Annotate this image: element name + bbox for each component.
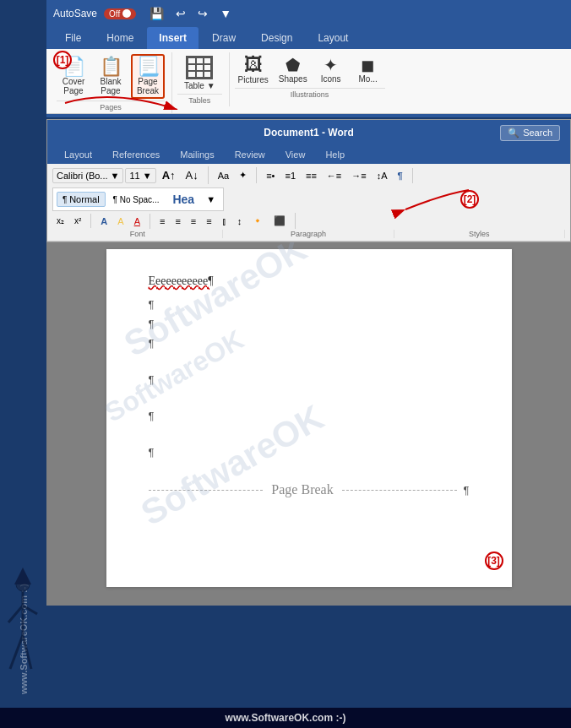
pictures-button[interactable]: 🖼 Pictures (235, 54, 272, 86)
table-cell-6 (204, 64, 211, 71)
blank-page-button[interactable]: 📋 BlankPage (94, 56, 128, 97)
word-tab-review[interactable]: Review (225, 145, 275, 164)
word-tab-help[interactable]: Help (315, 145, 355, 164)
numbering-btn[interactable]: ≡1 (280, 168, 300, 183)
line-spacing-btn[interactable]: ↕ (233, 214, 247, 229)
pictures-icon: 🖼 (244, 56, 263, 74)
paragraph-mark-6: ¶ (149, 446, 470, 459)
word-tab-view[interactable]: View (275, 145, 316, 164)
page-break-text: Page Break (271, 482, 333, 497)
shading-btn[interactable]: 🔸 (247, 213, 268, 229)
indent-decrease-btn[interactable]: ←≡ (323, 168, 345, 183)
style-no-spacing[interactable]: ¶ No Spac... (107, 193, 166, 207)
word-tab-references[interactable]: References (102, 145, 170, 164)
table-label: Table ▼ (184, 81, 215, 90)
paragraph-mark-4: ¶ (149, 373, 470, 386)
subscript-btn[interactable]: x₂ (52, 214, 68, 228)
doc-heading: Eeeeeeeeeee¶ (149, 274, 470, 288)
font-size-selector[interactable]: 11 ▼ (125, 168, 155, 183)
multilevel-btn[interactable]: ≡≡ (302, 168, 321, 183)
customize-icon-btn[interactable]: ▼ (216, 5, 235, 22)
table-cell-3 (204, 57, 211, 64)
style-normal[interactable]: ¶ Normal (57, 192, 106, 207)
clear-format-btn[interactable]: ✦ (235, 167, 251, 183)
align-right-btn[interactable]: ≡ (187, 214, 200, 229)
blank-page-label: BlankPage (100, 77, 121, 95)
main-content: AutoSave Off 💾 ↩ ↪ ▼ File Home Insert Dr… (46, 0, 571, 728)
table-cell-7 (188, 71, 195, 78)
table-icon (186, 56, 213, 79)
word-ribbon: Calibri (Bo... ▼ 11 ▼ A↑ A↓ Aa ✦ ≡• ≡1 ≡… (47, 164, 570, 242)
tab-layout[interactable]: Layout (306, 27, 360, 49)
icons-button[interactable]: ✦ Icons (314, 55, 348, 85)
ribbon-tab-bar: File Home Insert Draw Design Layout (46, 27, 571, 49)
shapes-button[interactable]: ⬟ Shapes (275, 55, 311, 85)
word-window: Document1 - Word 🔍 Search Layout Referen… (46, 119, 571, 242)
tab-design[interactable]: Design (249, 27, 304, 49)
more-button[interactable]: ◼ Mo... (351, 55, 385, 85)
bold-text-btn[interactable]: A (96, 214, 111, 229)
tab-home[interactable]: Home (95, 27, 145, 49)
align-center-btn[interactable]: ≡ (171, 214, 184, 229)
tables-group-buttons: Table ▼ (177, 54, 222, 92)
borders-btn[interactable]: ⬛ (269, 213, 290, 229)
pages-group-label: Pages (57, 101, 165, 111)
tab-draw[interactable]: Draw (200, 27, 247, 49)
columns-btn[interactable]: ⫿ (218, 214, 231, 229)
autosave-bar: AutoSave Off 💾 ↩ ↪ ▼ (46, 0, 571, 27)
toggle-off-label: Off (109, 9, 120, 19)
toolbar-icons: 💾 ↩ ↪ ▼ (146, 5, 235, 22)
table-cell-2 (196, 57, 204, 64)
document-area: SoftwareOK SoftwareOK SoftwareOK Eeeeeee… (46, 242, 571, 606)
svg-line-5 (23, 635, 31, 669)
text-color-section: A A A (96, 214, 150, 229)
redo-icon-btn[interactable]: ↪ (194, 5, 211, 22)
word-ribbon-tabs: Layout References Mailings Review View H… (47, 145, 570, 164)
superscript-btn[interactable]: x² (70, 214, 85, 228)
styles-gallery-scroll[interactable]: ▼ (202, 192, 220, 207)
annotation-1-label: [1] (53, 51, 72, 69)
autosave-label: AutoSave (53, 8, 97, 19)
style-heading-label: Hea (172, 193, 194, 206)
style-heading[interactable]: Hea (166, 190, 200, 209)
sort-btn[interactable]: ↕A (373, 168, 392, 183)
tables-group-label: Tables (177, 94, 222, 105)
text-highlight-btn[interactable]: A (113, 214, 128, 229)
annotation-3-label: [3] (485, 551, 503, 570)
align-left-btn[interactable]: ≡ (155, 214, 169, 229)
font-color-btn[interactable]: Aa (214, 168, 233, 183)
page-break-button[interactable]: 📃 PageBreak (131, 54, 165, 99)
left-sidebar: www.SoftwareOK.com :-) (0, 0, 46, 728)
tab-insert[interactable]: Insert (147, 27, 198, 49)
styles-gallery: ¶ Normal ¶ No Spac... Hea ▼ (52, 187, 224, 211)
bullets-btn[interactable]: ≡• (262, 168, 279, 183)
insert-ribbon: AutoSave Off 💾 ↩ ↪ ▼ File Home Insert Dr… (46, 0, 571, 117)
undo-icon-btn[interactable]: ↩ (172, 5, 189, 22)
titlebar-right: 🔍 Search (354, 125, 560, 141)
more-icon: ◼ (361, 57, 375, 73)
table-button[interactable]: Table ▼ (177, 54, 222, 92)
indent-increase-btn[interactable]: →≡ (347, 168, 370, 183)
illustrations-group-buttons: 🖼 Pictures ⬟ Shapes ✦ Icons ◼ (235, 54, 385, 86)
show-paragraph-btn[interactable]: ¶ (394, 168, 407, 183)
increase-font-btn[interactable]: A↑ (158, 166, 180, 184)
word-tab-layout[interactable]: Layout (54, 145, 102, 164)
save-icon-btn[interactable]: 💾 (146, 5, 167, 22)
shapes-label: Shapes (279, 74, 307, 84)
blank-page-icon: 📋 (100, 57, 122, 76)
font-family-selector[interactable]: Calibri (Bo... ▼ (52, 168, 123, 183)
page-break-pilcrow: ¶ (464, 484, 470, 497)
decorative-figure (2, 568, 44, 703)
word-search-box[interactable]: 🔍 Search (500, 125, 560, 141)
autosave-toggle[interactable]: Off (104, 8, 136, 19)
align-section: ≡ ≡ ≡ ≡ ⫿ ↕ 🔸 ⬛ (155, 213, 296, 229)
tab-file[interactable]: File (53, 27, 93, 49)
justify-btn[interactable]: ≡ (202, 214, 215, 229)
font-color-btn2[interactable]: A (130, 214, 144, 229)
more-label: Mo... (359, 74, 378, 84)
document-page[interactable]: Eeeeeeeeeee¶ ¶ ¶ ¶ ¶ ¶ ¶ Page Break ¶ [3… (106, 249, 512, 587)
word-tab-mailings[interactable]: Mailings (170, 145, 224, 164)
table-cell-9 (204, 71, 211, 78)
font-group-label: Font (52, 230, 223, 238)
decrease-font-btn[interactable]: A↓ (182, 166, 203, 184)
